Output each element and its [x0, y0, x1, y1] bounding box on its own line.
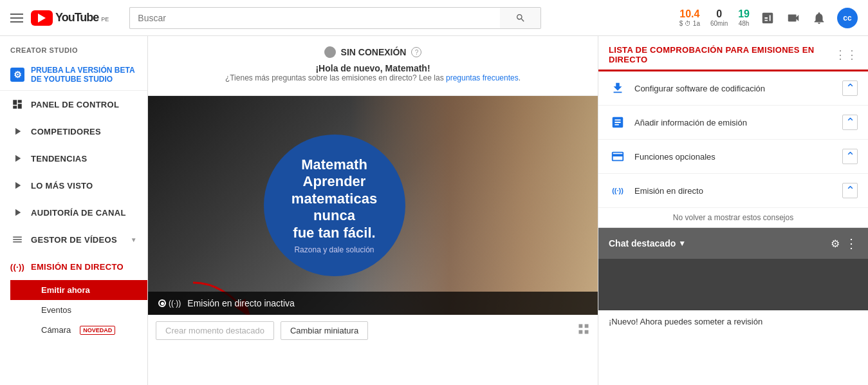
sidebar-gestor-label: GESTOR DE VÍDEOS	[31, 235, 117, 245]
checklist-expand-1[interactable]: ⌃	[842, 115, 858, 130]
live-icon: ((·))	[609, 182, 627, 200]
stream-buttons: Crear momento destacado Cambiar miniatur…	[148, 315, 598, 346]
grid-icon[interactable]	[577, 323, 590, 339]
checklist-item-3-text: Emisión en directo	[634, 186, 835, 196]
chat-new-message: ¡Nuevo! Ahora puedes someter a revisión	[598, 310, 868, 333]
sidebar-auditoria-label: AUDITORÍA DE CANAL	[31, 208, 126, 218]
analytics-icon[interactable]	[760, 10, 775, 26]
stat-hours-value: 19	[738, 8, 750, 20]
stat-zero-label: 60min	[710, 20, 728, 27]
main-top: SIN CONEXIÓN ? ¡Hola de nuevo, Matemath!…	[148, 36, 598, 96]
download-icon	[609, 79, 627, 97]
crear-momento-button[interactable]: Crear momento destacado	[156, 321, 274, 340]
sidebar-item-tendencias[interactable]: TENDENCIAS	[0, 145, 147, 172]
checklist-expand-0[interactable]: ⌃	[842, 80, 858, 96]
chat-header: Chat destacado ▼ ⚙ ⋮	[598, 228, 868, 259]
stat-hours-label: 48h	[738, 20, 750, 27]
sub-item-eventos[interactable]: Eventos	[10, 300, 147, 320]
live-submenu: Emitir ahora Eventos Cámara NOVEDAD	[0, 280, 147, 340]
youtube-logo[interactable]: YouTubePE	[31, 10, 109, 26]
layout: CREATOR STUDIO ⚙ PRUEBA LA VERSIÓN BETA …	[0, 36, 868, 385]
sidebar: CREATOR STUDIO ⚙ PRUEBA LA VERSIÓN BETA …	[0, 36, 148, 385]
connection-status: SIN CONEXIÓN ?	[324, 46, 422, 58]
tendencias-icon	[10, 151, 24, 165]
gestor-arrow: ▼	[131, 236, 137, 243]
stat-revenue-label: $ ⏱ 1a	[679, 20, 700, 27]
checklist-title: LISTA DE COMPROBACIÓN PARA EMISIONES EN …	[609, 45, 835, 64]
stat-revenue: 10.4 $ ⏱ 1a	[679, 8, 700, 27]
stat-revenue-value: 10.4	[679, 8, 700, 20]
chat-dropdown-arrow[interactable]: ▼	[678, 239, 686, 248]
stream-area: MatemathAprendermatematicas nuncafue tan…	[148, 96, 598, 315]
help-icon[interactable]: ?	[411, 47, 421, 57]
sidebar-item-lo-mas-visto[interactable]: LO MÁS VISTO	[0, 172, 147, 199]
cambiar-miniatura-button[interactable]: Cambiar miniatura	[281, 321, 368, 340]
avatar[interactable]: cc	[837, 8, 858, 28]
checklist-expand-3[interactable]: ⌃	[842, 183, 858, 198]
emision-icon: ((·))	[10, 259, 24, 274]
lo-mas-visto-icon	[10, 178, 24, 192]
upload-icon[interactable]	[786, 10, 801, 26]
right-panel: LISTA DE COMPROBACIÓN PARA EMISIONES EN …	[598, 36, 868, 385]
hamburger-menu[interactable]	[10, 14, 23, 23]
emitir-ahora-label: Emitir ahora	[41, 285, 90, 295]
sidebar-item-panel[interactable]: PANEL DE CONTROL	[0, 91, 147, 118]
stream-section: MatemathAprendermatematicas nuncafue tan…	[148, 96, 598, 346]
info-icon	[609, 113, 627, 131]
chat-title: Chat destacado ▼	[609, 238, 826, 249]
chat-gear-icon[interactable]: ⚙	[831, 238, 840, 250]
sidebar-item-emision[interactable]: ((·)) EMISIÓN EN DIRECTO	[0, 253, 147, 280]
beta-link[interactable]: ⚙ PRUEBA LA VERSIÓN BETA DE YOUTUBE STUD…	[0, 59, 147, 91]
checklist-header: LISTA DE COMPROBACIÓN PARA EMISIONES EN …	[598, 36, 868, 71]
card-icon	[609, 147, 627, 165]
checklist-item-2: Funciones opcionales ⌃	[598, 140, 868, 174]
stream-footer: ((·)) Emisión en directo inactiva	[148, 292, 598, 315]
checklist-item-2-text: Funciones opcionales	[634, 152, 835, 162]
panel-icon	[10, 97, 24, 111]
stream-inactive-text: Emisión en directo inactiva	[187, 298, 295, 308]
stat-zero-value: 0	[710, 8, 728, 20]
sidebar-lo-mas-visto-label: LO MÁS VISTO	[31, 181, 93, 191]
competidores-icon	[10, 124, 24, 138]
sub-item-emitir-ahora[interactable]: Emitir ahora	[10, 280, 147, 300]
creator-studio-label: CREATOR STUDIO	[0, 36, 147, 59]
circle-title: MatemathAprendermatematicas nuncafue tan…	[277, 156, 392, 241]
live-dot	[158, 299, 166, 307]
chat-section: Chat destacado ▼ ⚙ ⋮ ¡Nuevo! Ahora puede…	[598, 227, 868, 333]
checklist-item-3: ((·)) Emisión en directo ⌃	[598, 174, 868, 208]
sub-item-camara[interactable]: Cámara NOVEDAD	[10, 320, 147, 340]
camara-label: Cámara	[41, 325, 71, 335]
checklist-expand-2[interactable]: ⌃	[842, 149, 858, 164]
sidebar-item-auditoria[interactable]: AUDITORÍA DE CANAL	[0, 199, 147, 226]
sidebar-item-competidores[interactable]: COMPETIDORES	[0, 118, 147, 145]
dots-icon[interactable]: ⋮⋮	[835, 48, 858, 62]
bell-icon[interactable]	[811, 10, 827, 26]
search-button[interactable]	[500, 7, 541, 29]
sidebar-competidores-label: COMPETIDORES	[31, 127, 101, 136]
main-content: SIN CONEXIÓN ? ¡Hola de nuevo, Matemath!…	[148, 36, 598, 385]
checklist-item-0-text: Configurar software de codificación	[634, 84, 835, 93]
auditoria-icon	[10, 205, 24, 220]
beta-icon: ⚙	[10, 68, 24, 82]
novedad-badge: NOVEDAD	[80, 326, 115, 335]
sidebar-item-gestor[interactable]: GESTOR DE VÍDEOS ▼	[0, 226, 147, 253]
sidebar-emision-label: EMISIÓN EN DIRECTO	[31, 262, 124, 272]
yt-badge: PE	[101, 16, 109, 23]
checklist-item-0: Configurar software de codificación ⌃	[598, 71, 868, 106]
yt-logo-text: YouTube	[55, 11, 98, 24]
faq-link[interactable]: preguntas frecuentes	[446, 73, 519, 82]
chat-more-icon[interactable]: ⋮	[845, 236, 858, 251]
stat-zero: 0 60min	[710, 8, 728, 27]
stats-group: 10.4 $ ⏱ 1a 0 60min 19 48h	[679, 8, 750, 27]
channel-circle: MatemathAprendermatematicas nuncafue tan…	[264, 135, 405, 276]
search-bar	[129, 7, 541, 29]
nav-right: 10.4 $ ⏱ 1a 0 60min 19 48h cc	[679, 8, 858, 28]
sidebar-tendencias-label: TENDENCIAS	[31, 154, 88, 164]
search-input[interactable]	[129, 7, 500, 29]
circle-sub: Razona y dale solución	[294, 245, 374, 254]
chat-body	[598, 259, 868, 310]
eventos-label: Eventos	[41, 305, 71, 315]
no-show-tips[interactable]: No volver a mostrar estos consejos	[598, 208, 868, 227]
connection-dot	[324, 46, 336, 58]
sidebar-panel-label: PANEL DE CONTROL	[31, 100, 119, 109]
